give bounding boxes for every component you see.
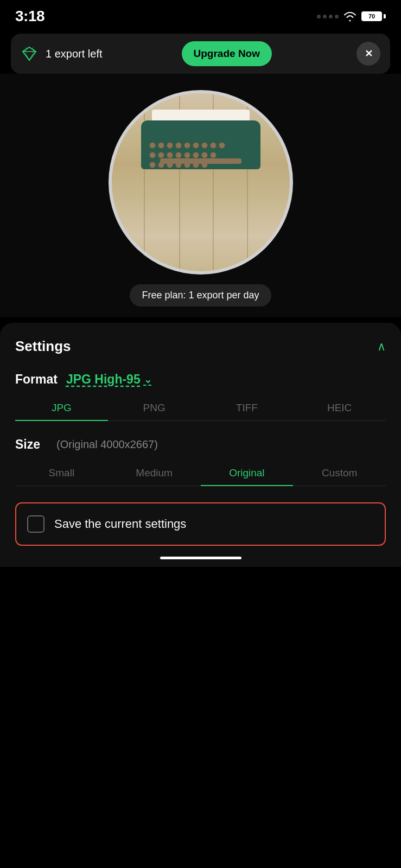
- space-bar: [160, 158, 241, 164]
- save-settings-checkbox[interactable]: [27, 515, 44, 533]
- save-settings-row[interactable]: Save the current settings: [15, 502, 386, 546]
- save-settings-label: Save the current settings: [54, 517, 186, 531]
- typewriter-main: [141, 120, 260, 169]
- banner-left: 1 export left: [21, 45, 103, 62]
- format-selector[interactable]: JPG High-95 ⌄: [66, 372, 152, 387]
- status-time: 3:18: [15, 8, 44, 25]
- format-tabs: JPG PNG TIFF HEIC: [15, 397, 386, 421]
- status-icons: 70: [317, 11, 386, 22]
- size-row: Size (Original 4000x2667): [15, 437, 386, 452]
- preview-area: Free plan: 1 export per day: [0, 74, 401, 317]
- image-preview: Free plan: 1 export per day: [0, 74, 401, 312]
- tab-medium[interactable]: Medium: [108, 462, 201, 486]
- chevron-up-icon[interactable]: ∧: [377, 340, 386, 354]
- tab-custom[interactable]: Custom: [293, 462, 386, 486]
- key-row-1: [149, 142, 225, 149]
- tab-small[interactable]: Small: [15, 462, 108, 486]
- tab-original[interactable]: Original: [201, 462, 294, 486]
- tab-heic[interactable]: HEIC: [293, 397, 386, 420]
- format-value-text: JPG High-95: [66, 372, 141, 387]
- upgrade-now-button[interactable]: Upgrade Now: [182, 41, 272, 66]
- status-bar: 3:18 70: [0, 0, 401, 29]
- settings-panel: Settings ∧ Format JPG High-95 ⌄ JPG PNG …: [0, 323, 401, 546]
- tab-tiff[interactable]: TIFF: [201, 397, 294, 420]
- close-icon: ✕: [365, 48, 373, 60]
- battery-icon: 70: [361, 11, 386, 21]
- chevron-down-icon: ⌄: [144, 374, 152, 386]
- size-original-text: (Original 4000x2667): [56, 438, 158, 451]
- diamond-icon: [21, 45, 38, 62]
- signal-icon: [317, 15, 339, 18]
- settings-header: Settings ∧: [15, 338, 386, 355]
- format-label: Format: [15, 372, 58, 387]
- export-count-text: 1 export left: [46, 48, 103, 60]
- home-indicator: [0, 546, 401, 567]
- settings-title: Settings: [15, 338, 71, 355]
- wifi-icon: [343, 11, 357, 22]
- close-banner-button[interactable]: ✕: [357, 42, 380, 66]
- size-tabs: Small Medium Original Custom: [15, 462, 386, 486]
- tab-png[interactable]: PNG: [108, 397, 201, 420]
- free-plan-badge: Free plan: 1 export per day: [130, 284, 271, 307]
- preview-circle: [109, 90, 293, 275]
- home-bar: [160, 557, 241, 559]
- size-label: Size: [15, 437, 40, 452]
- typewriter-body: [141, 110, 260, 186]
- key-row-2: [149, 152, 217, 158]
- size-section: Size (Original 4000x2667) Small Medium O…: [15, 437, 386, 486]
- typewriter-image: [112, 93, 290, 271]
- format-row: Format JPG High-95 ⌄: [15, 372, 386, 387]
- tab-jpg[interactable]: JPG: [15, 397, 108, 420]
- upgrade-banner: 1 export left Upgrade Now ✕: [11, 34, 390, 74]
